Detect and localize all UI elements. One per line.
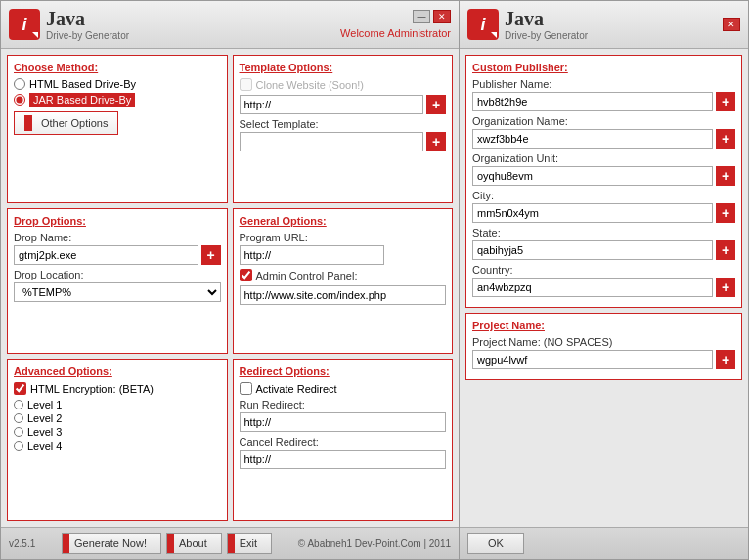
- choose-method-title: Choose Method:: [14, 62, 221, 73]
- level1-label: Level 1: [27, 399, 62, 410]
- project-name-row: Project Name: (NO SPACES) +: [472, 336, 735, 369]
- publisher-name-add-button[interactable]: +: [716, 92, 735, 111]
- redirect-options-section: Redirect Options: Activate Redirect Run …: [233, 359, 454, 521]
- org-name-input[interactable]: [472, 129, 713, 149]
- jar-drive-by-radio[interactable]: [14, 94, 25, 106]
- level2-radio[interactable]: [14, 413, 23, 423]
- clone-website-checkbox[interactable]: [240, 78, 252, 91]
- about-button[interactable]: About: [166, 533, 222, 554]
- admin-panel-label: Admin Control Panel:: [256, 270, 358, 281]
- select-template-input[interactable]: [240, 132, 424, 151]
- run-redirect-label: Run Redirect:: [240, 399, 447, 410]
- template-url-input[interactable]: [240, 95, 424, 114]
- level4-radio[interactable]: [14, 441, 23, 451]
- run-redirect-input[interactable]: [240, 412, 447, 432]
- program-url-label: Program URL:: [240, 232, 447, 243]
- select-template-add-button[interactable]: +: [426, 132, 446, 151]
- right-bottom-bar: OK: [460, 527, 748, 559]
- state-label: State:: [472, 227, 735, 238]
- choose-method-section: Choose Method: HTML Based Drive-By JAR B…: [7, 55, 228, 203]
- drop-name-input[interactable]: [14, 245, 198, 265]
- html-drive-by-option: HTML Based Drive-By: [14, 78, 221, 90]
- admin-panel-input[interactable]: [240, 285, 447, 305]
- project-name-add-button[interactable]: +: [716, 350, 735, 369]
- activate-redirect-label: Activate Redirect: [256, 383, 337, 395]
- general-options-title: General Options:: [240, 215, 447, 227]
- drop-location-select[interactable]: %TEMP% %APPDATA% %WINDIR%: [14, 282, 221, 302]
- org-name-input-row: +: [472, 129, 735, 149]
- drop-options-title: Drop Options:: [14, 215, 221, 227]
- drop-location-row: Drop Location: %TEMP% %APPDATA% %WINDIR%: [14, 269, 221, 302]
- activate-redirect-option: Activate Redirect: [240, 382, 447, 395]
- logo-text-left: Java Drive-by Generator: [46, 7, 129, 42]
- html-encryption-checkbox[interactable]: [14, 382, 26, 395]
- publisher-name-input-row: +: [472, 92, 735, 111]
- level3-label: Level 3: [27, 426, 62, 438]
- template-url-add-button[interactable]: +: [426, 95, 446, 114]
- org-unit-add-button[interactable]: +: [716, 166, 735, 186]
- publisher-name-input[interactable]: [472, 92, 713, 111]
- close-button-left[interactable]: ✕: [433, 10, 451, 23]
- org-unit-input[interactable]: [472, 166, 713, 186]
- program-url-input[interactable]: [240, 245, 384, 265]
- window-controls-left: — ✕: [413, 10, 451, 23]
- title-bar-left: i Java Drive-by Generator — ✕ Welcome Ad…: [1, 1, 459, 49]
- state-input[interactable]: [472, 240, 713, 260]
- admin-panel-checkbox[interactable]: [240, 269, 252, 281]
- custom-publisher-title: Custom Publisher:: [472, 62, 735, 73]
- drop-name-add-button[interactable]: +: [201, 245, 221, 265]
- drop-options-section: Drop Options: Drop Name: + Drop Location…: [7, 208, 228, 354]
- app-title-right: Java: [505, 7, 588, 30]
- window-controls-right: ✕: [723, 18, 740, 31]
- level2-item: Level 2: [14, 412, 221, 424]
- clone-website-option: Clone Website (Soon!): [240, 78, 447, 91]
- exit-button[interactable]: Exit: [227, 533, 272, 554]
- level4-item: Level 4: [14, 440, 221, 452]
- generate-button[interactable]: Generate Now!: [62, 533, 161, 554]
- html-drive-by-radio[interactable]: [14, 78, 25, 90]
- country-input[interactable]: [472, 278, 713, 297]
- country-input-row: +: [472, 278, 735, 297]
- cancel-redirect-input[interactable]: [240, 450, 447, 469]
- select-template-label: Select Template:: [240, 118, 447, 130]
- level3-item: Level 3: [14, 426, 221, 438]
- right-content: Custom Publisher: Publisher Name: + Orga…: [460, 49, 748, 527]
- version-text: v2.5.1: [9, 538, 35, 549]
- custom-publisher-section: Custom Publisher: Publisher Name: + Orga…: [465, 55, 742, 308]
- logo-right: i Java Drive-by Generator: [467, 7, 588, 42]
- other-options-button[interactable]: Other Options: [14, 111, 118, 135]
- project-name-input[interactable]: [472, 350, 713, 369]
- level3-radio[interactable]: [14, 427, 23, 437]
- template-select-row: Select Template: +: [240, 118, 447, 151]
- jar-drive-by-option: JAR Based Drive-By: [14, 93, 221, 107]
- drop-name-row: Drop Name: +: [14, 232, 221, 265]
- app-title-left: Java: [46, 7, 129, 30]
- org-unit-row: Organization Unit: +: [472, 152, 735, 186]
- html-drive-by-label: HTML Based Drive-By: [29, 78, 136, 90]
- app-subtitle-right: Drive-by Generator: [505, 30, 588, 42]
- template-options-section: Template Options: Clone Website (Soon!) …: [233, 55, 454, 203]
- org-name-add-button[interactable]: +: [716, 129, 735, 149]
- drop-name-label: Drop Name:: [14, 232, 221, 243]
- city-input[interactable]: [472, 203, 713, 223]
- level4-label: Level 4: [27, 440, 62, 452]
- state-add-button[interactable]: +: [716, 240, 735, 260]
- project-name-title: Project Name:: [472, 320, 735, 331]
- advanced-options-title: Advanced Options:: [14, 366, 221, 377]
- ok-button[interactable]: OK: [467, 533, 524, 554]
- cancel-redirect-label: Cancel Redirect:: [240, 436, 447, 448]
- advanced-options-section: Advanced Options: HTML Encryption: (BETA…: [7, 359, 228, 521]
- close-button-right[interactable]: ✕: [723, 18, 740, 31]
- logo-text-right: Java Drive-by Generator: [505, 7, 588, 42]
- minimize-button-left[interactable]: —: [413, 10, 430, 23]
- project-name-label: Project Name: (NO SPACES): [472, 336, 735, 348]
- city-add-button[interactable]: +: [716, 203, 735, 223]
- cancel-redirect-row: Cancel Redirect:: [240, 436, 447, 469]
- admin-panel-option: Admin Control Panel:: [240, 269, 447, 281]
- logo-left: i Java Drive-by Generator: [9, 7, 129, 42]
- bottom-bar-left: v2.5.1 Generate Now! About Exit © Ababne…: [1, 527, 459, 559]
- level1-radio[interactable]: [14, 400, 23, 409]
- activate-redirect-checkbox[interactable]: [240, 382, 252, 395]
- country-add-button[interactable]: +: [716, 278, 735, 297]
- country-row: Country: +: [472, 264, 735, 297]
